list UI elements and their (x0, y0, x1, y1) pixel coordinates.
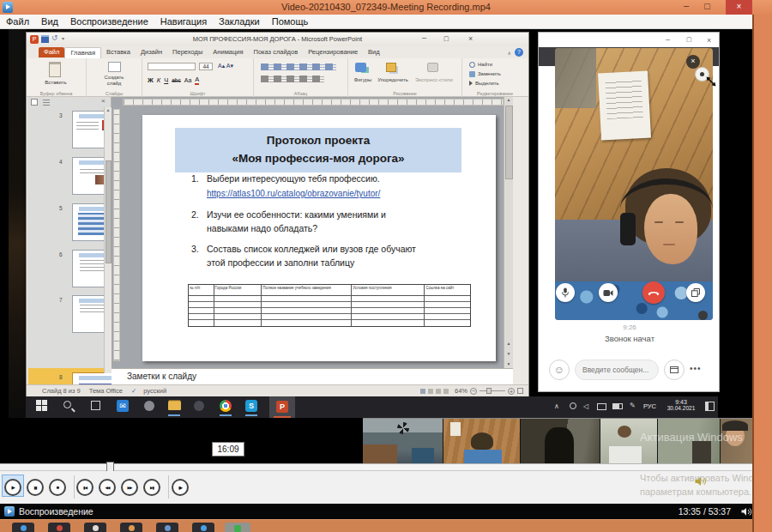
zoom-slider[interactable] (479, 390, 505, 391)
next-slide-button[interactable]: ▼ (504, 351, 513, 356)
menu-view[interactable]: Вид (35, 15, 64, 27)
tray-language[interactable]: РУС (643, 402, 656, 410)
stop-button[interactable]: ■ (49, 479, 66, 496)
taskbar-app-slot-active[interactable] (225, 523, 250, 532)
tray-battery-icon[interactable] (612, 403, 623, 409)
menu-file[interactable]: Файл (0, 15, 35, 27)
outline-tab-icon[interactable] (43, 99, 50, 106)
participant-thumbnail[interactable] (443, 419, 521, 463)
new-slide-label[interactable]: Создатьслайд (90, 75, 138, 87)
maximize-button[interactable]: ▢ (703, 2, 711, 10)
participant-thumbnail[interactable] (521, 419, 600, 463)
skip-end-button[interactable]: ▶▮ (143, 479, 160, 496)
close-button[interactable]: × (726, 0, 752, 15)
tab-slideshow[interactable]: Показ слайдов (249, 47, 304, 57)
scrollbar-thumb[interactable] (106, 160, 112, 263)
list-buttons-row-icon[interactable] (261, 63, 336, 70)
ppt-maximize-button[interactable]: ▢ (443, 35, 449, 42)
panel-close-icon[interactable]: × (101, 97, 106, 105)
reading-view-icon[interactable] (436, 389, 441, 394)
change-case-button[interactable]: Аа (184, 77, 192, 83)
align-buttons-row-icon[interactable] (261, 76, 324, 82)
spellcheck-icon[interactable]: ✓ (131, 387, 136, 395)
menu-playback[interactable]: Воспроизведение (64, 15, 154, 27)
tab-animations[interactable]: Анимация (208, 47, 248, 57)
tab-review[interactable]: Рецензирование (303, 47, 363, 57)
taskbar-app-slot[interactable] (192, 523, 214, 532)
tab-home[interactable]: Главная (64, 47, 101, 58)
strike-button[interactable]: abc (172, 77, 180, 83)
zoom-slider-handle[interactable] (486, 388, 492, 394)
task-view-button[interactable] (91, 401, 100, 410)
underline-button[interactable]: Ч (164, 76, 168, 84)
paste-icon[interactable] (49, 62, 61, 77)
zoom-in-button[interactable]: + (508, 388, 515, 395)
quick-styles-label[interactable]: Экспресс-стили (412, 77, 456, 83)
pause-button[interactable]: ▮▮ (27, 479, 44, 496)
slides-tab-icon[interactable] (31, 99, 38, 106)
skype-maximize-button[interactable]: ▢ (686, 36, 692, 43)
ppt-close-button[interactable]: × (468, 34, 473, 43)
frame-step-button[interactable]: ▮▶ (172, 479, 189, 496)
powerpoint-taskbar-slot[interactable]: P (269, 396, 295, 418)
fit-to-window-icon[interactable] (517, 388, 523, 394)
scroll-up-icon[interactable]: ▲ (504, 97, 513, 102)
slide-title-box[interactable]: Протокол проекта «Моя профессия-моя доро… (175, 128, 461, 172)
bold-button[interactable]: Ж (148, 76, 154, 84)
taskbar-app-slot[interactable] (120, 523, 142, 532)
sorter-view-icon[interactable] (428, 389, 433, 394)
slideshow-view-icon[interactable] (443, 389, 449, 394)
find-button[interactable]: Найти (469, 62, 492, 68)
tab-insert[interactable]: Вставка (101, 47, 136, 57)
taskbar-app-slot[interactable] (156, 523, 178, 532)
tab-view[interactable]: Вид (363, 47, 385, 57)
select-button[interactable]: Выделить (469, 81, 499, 87)
menu-bookmarks[interactable]: Закладки (213, 15, 266, 27)
notes-pane[interactable]: Заметки к слайду (112, 368, 513, 384)
paste-label[interactable]: Вставить (33, 80, 78, 86)
camera-button[interactable] (599, 283, 618, 302)
more-options-button[interactable]: ••• (690, 364, 702, 373)
font-color-button[interactable]: А (195, 76, 199, 85)
shapes-label[interactable]: Фигуры (348, 77, 377, 83)
tab-file[interactable]: Файл (39, 47, 64, 57)
skype-close-button[interactable]: × (707, 36, 711, 45)
rewind-button[interactable]: ◀◀ (99, 479, 116, 496)
play-button[interactable]: ▶ (4, 479, 21, 496)
camera-flip-icon[interactable] (698, 311, 708, 320)
font-size-box[interactable]: 44 (199, 63, 213, 70)
taskbar-app-slot[interactable] (48, 523, 70, 532)
tab-design[interactable]: Дизайн (136, 47, 167, 57)
seek-bar[interactable] (0, 463, 772, 471)
tray-volume-icon[interactable]: ◁ (583, 402, 588, 410)
scrollbar-thumb[interactable] (505, 106, 513, 179)
slide-table[interactable]: № п/п Города России Полное название учеб… (188, 284, 471, 327)
new-slide-icon[interactable] (108, 62, 121, 72)
tray-display-icon[interactable] (597, 403, 606, 410)
search-icon[interactable] (63, 401, 71, 408)
slide-canvas[interactable]: Протокол проекта «Моя профессия-моя доро… (142, 115, 496, 361)
ribbon-collapse-icon[interactable]: ∧ (508, 50, 511, 56)
tray-clock[interactable]: 9:43 30.04.2021 (662, 399, 700, 411)
tray-clock-icon[interactable] (570, 402, 576, 409)
file-explorer-icon[interactable] (168, 402, 181, 410)
skype-minimize-button[interactable]: – (666, 35, 670, 44)
media-button[interactable] (664, 360, 685, 380)
fast-forward-button[interactable]: ▶▶ (121, 479, 138, 496)
tab-transitions[interactable]: Переходы (167, 47, 208, 57)
minimize-button[interactable]: – (684, 0, 689, 10)
italic-button[interactable]: К (157, 76, 160, 84)
emoji-button[interactable]: ☺ (549, 360, 570, 380)
mute-microphone-button[interactable] (556, 283, 575, 302)
hang-up-button[interactable] (642, 281, 665, 304)
action-center-icon[interactable] (705, 402, 715, 411)
tray-pen-icon[interactable]: ✎ (630, 402, 636, 409)
font-name-box[interactable] (148, 63, 196, 70)
taskbar-app-slot[interactable] (84, 523, 106, 532)
thumbnails-scrollbar[interactable]: ▲ (104, 107, 112, 373)
chrome-icon[interactable] (220, 400, 232, 412)
tray-chevron-icon[interactable]: ∧ (554, 402, 559, 410)
taskbar-app-slot[interactable] (12, 523, 34, 532)
app-icon-generic[interactable] (144, 401, 154, 411)
arrange-label[interactable]: Упорядочить (374, 77, 412, 83)
